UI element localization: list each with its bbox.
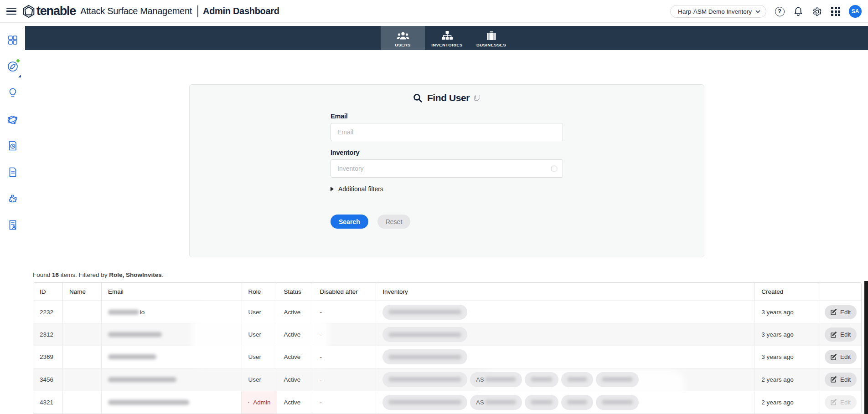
tab-businesses[interactable]: BUSINESSES xyxy=(469,26,513,50)
product-name: Attack Surface Management xyxy=(80,6,192,16)
cell-disabled-after: - xyxy=(313,391,376,414)
cell-actions: Edit xyxy=(820,391,861,414)
cell-name xyxy=(63,346,102,368)
edit-button[interactable]: Edit xyxy=(825,373,857,387)
redacted-email xyxy=(108,400,189,405)
role-label: User xyxy=(248,353,262,360)
column-header-actions xyxy=(820,283,861,301)
cell-inventory xyxy=(376,301,755,323)
puzzle-plugin-icon xyxy=(7,193,18,204)
cell-disabled-after: - xyxy=(313,323,376,345)
results-summary: Found 16 items. Filtered by Role, ShowIn… xyxy=(33,271,164,278)
column-header-email[interactable]: Email xyxy=(102,283,242,301)
column-header-created[interactable]: Created xyxy=(755,283,820,301)
apps-grid-icon[interactable] xyxy=(830,6,841,17)
tab-label: USERS xyxy=(395,42,411,47)
cell-inventory xyxy=(376,323,755,345)
sidebar-item-attack-surface[interactable] xyxy=(5,112,21,127)
redacted-chip-text xyxy=(388,400,461,404)
column-header-role[interactable]: Role xyxy=(242,283,278,301)
inventory-chip xyxy=(561,372,593,387)
vertical-scrollbar[interactable] xyxy=(864,281,868,414)
table-rows: 2232ioUserActive-3 years agoEdit2312User… xyxy=(33,301,861,414)
column-header-disabled-after[interactable]: Disabled after xyxy=(313,283,376,301)
notifications-bell-icon[interactable] xyxy=(793,6,804,17)
edit-button[interactable]: Edit xyxy=(825,350,857,364)
results-filters: Role, ShowInvites xyxy=(109,271,162,278)
reset-button[interactable]: Reset xyxy=(377,215,411,229)
cell-role: User xyxy=(242,301,278,323)
tab-label: INVENTORIES xyxy=(431,42,463,47)
inventory-label: Inventory xyxy=(331,149,563,156)
users-table: ID Name Email Role Status Disabled after… xyxy=(33,282,862,414)
title-divider xyxy=(197,5,198,17)
briefcase-icon xyxy=(486,31,497,41)
inventory-chip xyxy=(382,305,467,320)
tab-users[interactable]: USERS xyxy=(381,26,425,50)
find-user-title: Find User xyxy=(427,92,470,103)
inventory-selector[interactable]: Harp-ASM Demo Inventory xyxy=(670,5,766,18)
redacted-chip-text xyxy=(602,400,633,404)
sidebar-item-user-logs[interactable] xyxy=(5,217,21,233)
column-header-name[interactable]: Name xyxy=(63,283,102,301)
column-header-inventory[interactable]: Inventory xyxy=(376,283,755,301)
redacted-chip-text xyxy=(388,355,461,359)
cell-email xyxy=(102,391,242,414)
cell-email xyxy=(102,346,242,368)
cell-name xyxy=(63,391,102,414)
cell-email: io xyxy=(102,301,242,323)
cell-created: 2 years ago xyxy=(755,368,820,390)
cell-inventory xyxy=(376,346,755,368)
additional-filters-label: Additional filters xyxy=(338,185,383,193)
redacted-chip-text xyxy=(388,377,461,382)
help-icon[interactable]: ? xyxy=(774,6,785,17)
cell-role: User xyxy=(242,346,278,368)
inventory-chip xyxy=(382,372,467,387)
table-row: 2312UserActive-3 years agoEdit xyxy=(33,323,861,346)
top-bar: tenable Attack Surface Management Admin … xyxy=(0,0,868,23)
sidebar xyxy=(0,23,25,414)
sidebar-item-reports[interactable] xyxy=(5,138,21,153)
table-row: 4321AdminActive-AS2 years agoEdit xyxy=(33,391,861,414)
find-user-title-row: Find User xyxy=(190,92,704,103)
edit-button: Edit xyxy=(825,395,857,409)
sidebar-item-explore[interactable] xyxy=(5,59,21,74)
tab-inventories[interactable]: INVENTORIES xyxy=(425,26,469,50)
email-field[interactable] xyxy=(331,123,563,141)
sidebar-item-dashboard[interactable] xyxy=(5,32,21,48)
additional-filters-toggle[interactable]: Additional filters xyxy=(331,185,563,193)
sidebar-item-plugins[interactable] xyxy=(5,191,21,206)
edit-button[interactable]: Edit xyxy=(825,305,857,319)
sidebar-item-insights[interactable] xyxy=(5,85,21,101)
cell-inventory: AS xyxy=(376,368,755,390)
redacted-chip-text xyxy=(485,377,516,382)
cell-status: Active xyxy=(277,368,313,390)
chip-prefix: AS xyxy=(476,399,484,406)
column-header-id[interactable]: ID xyxy=(33,283,63,301)
expand-corner-icon xyxy=(18,75,21,77)
inventory-chip xyxy=(525,395,558,410)
inventory-chip xyxy=(382,349,467,364)
table-row: 3456UserActive-AS2 years agoEdit xyxy=(33,368,861,391)
search-button[interactable]: Search xyxy=(331,215,368,229)
avatar[interactable]: SA xyxy=(849,5,862,18)
dashboard-grid-icon xyxy=(7,35,18,46)
redacted-email xyxy=(108,332,162,337)
docs-link-icon[interactable] xyxy=(474,95,480,101)
edit-pencil-icon xyxy=(831,332,837,338)
table-row: 2369UserActive-3 years agoEdit xyxy=(33,346,861,368)
loading-spinner-icon xyxy=(551,165,558,172)
edit-button[interactable]: Edit xyxy=(825,327,857,342)
cell-name xyxy=(63,323,102,345)
sidebar-item-documents[interactable] xyxy=(5,164,21,180)
hamburger-menu-icon[interactable] xyxy=(6,8,16,15)
cell-created: 2 years ago xyxy=(755,391,820,414)
inventory-field[interactable] xyxy=(331,159,563,178)
redacted-chip-text xyxy=(531,377,553,382)
inventory-chip xyxy=(596,395,639,410)
role-label: User xyxy=(248,309,262,316)
cell-disabled-after: - xyxy=(313,368,376,390)
settings-gear-icon[interactable] xyxy=(811,6,822,17)
page-title: Admin Dashboard xyxy=(203,6,279,16)
column-header-status[interactable]: Status xyxy=(277,283,313,301)
